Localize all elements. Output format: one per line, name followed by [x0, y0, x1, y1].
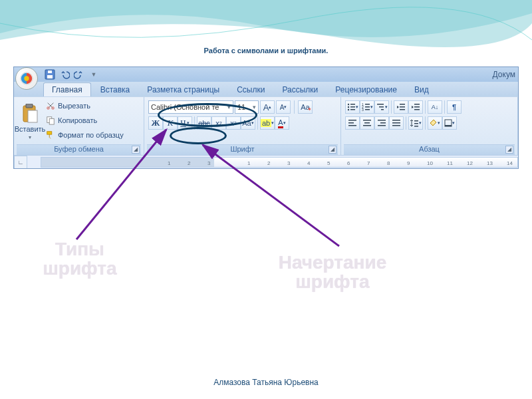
group-paragraph-label: Абзац◢ [344, 144, 515, 155]
change-case-button[interactable]: Aa▾ [241, 116, 255, 130]
tab-mail[interactable]: Рассылки [274, 83, 326, 96]
numbering-icon: 123 [361, 102, 370, 112]
svg-text:11: 11 [447, 160, 453, 166]
highlight-button[interactable]: ab▾ [260, 116, 275, 130]
align-center-icon [362, 118, 372, 128]
svg-rect-25 [377, 104, 384, 105]
strikethrough-button[interactable]: abc [197, 116, 211, 130]
tab-view[interactable]: Вид [406, 83, 437, 96]
qat-customize-icon[interactable]: ▼ [88, 69, 99, 80]
align-center-button[interactable] [360, 116, 374, 130]
font-family-combo[interactable]: Calibri (Основной те▾ [148, 100, 233, 114]
tab-layout[interactable]: Разметка страницы [139, 83, 227, 96]
align-right-button[interactable] [374, 116, 389, 130]
undo-icon[interactable] [59, 69, 70, 80]
svg-rect-39 [363, 125, 371, 126]
multilevel-button[interactable]: ▾ [374, 100, 389, 114]
office-button[interactable] [15, 67, 38, 90]
decrease-indent-icon [396, 102, 406, 112]
annotation-label-font-types: Типы шрифта [13, 239, 146, 279]
line-spacing-button[interactable]: ▾ [408, 116, 423, 130]
increase-indent-icon [411, 102, 420, 112]
paste-label: Вставить [15, 125, 46, 133]
svg-point-17 [348, 109, 349, 110]
word-ribbon: ▼ Докум Главная Вставка Разметка страниц… [13, 66, 519, 169]
decrease-indent-button[interactable] [394, 100, 408, 114]
format-painter-icon [46, 130, 55, 140]
sort-button[interactable]: A↓ [428, 100, 442, 114]
borders-icon [444, 119, 452, 127]
paste-button[interactable]: Вставить ▾ [17, 99, 43, 144]
format-painter-button[interactable]: Формат по образцу [46, 128, 124, 142]
svg-text:2: 2 [188, 160, 191, 166]
bold-button[interactable]: Ж [148, 116, 163, 130]
svg-rect-7 [28, 110, 37, 122]
bullets-icon [346, 102, 356, 112]
horizontal-ruler[interactable]: 321 1234 5678 9101112 1314 [41, 157, 518, 168]
font-color-button[interactable]: A▾ [275, 116, 289, 130]
svg-point-13 [348, 104, 349, 105]
tab-selector[interactable]: ∟ [14, 156, 27, 169]
paste-icon [21, 104, 39, 124]
svg-rect-26 [379, 106, 384, 108]
svg-rect-38 [364, 122, 370, 124]
cut-button[interactable]: Вырезать [46, 99, 124, 112]
borders-button[interactable]: ▾ [442, 116, 457, 130]
font-family-value: Calibri (Основной те [151, 103, 219, 111]
svg-rect-29 [400, 106, 405, 108]
slide-title: Работа с символами и шрифтами. [0, 47, 532, 55]
svg-rect-41 [380, 122, 386, 124]
tab-insert[interactable]: Вставка [92, 83, 138, 96]
redo-icon[interactable] [74, 69, 84, 80]
numbering-button[interactable]: 123▾ [360, 100, 374, 114]
bullets-button[interactable]: ▾ [345, 100, 360, 114]
cut-label: Вырезать [58, 102, 90, 110]
annotation-label-font-style: Начертание шрифта [223, 253, 442, 292]
svg-rect-14 [350, 104, 355, 105]
svg-point-1 [24, 76, 29, 80]
ribbon-tabs: Главная Вставка Разметка страницы Ссылки… [14, 82, 518, 96]
tab-refs[interactable]: Ссылки [229, 83, 273, 96]
svg-rect-31 [414, 104, 420, 105]
grow-font-button[interactable]: A▴ [260, 100, 275, 114]
svg-rect-4 [48, 70, 52, 73]
author-footer: Алмазова Татьяна Юрьевна [0, 378, 532, 387]
shading-button[interactable]: ▾ [428, 116, 442, 130]
clipboard-launcher[interactable]: ◢ [132, 146, 140, 154]
svg-text:9: 9 [407, 160, 410, 166]
tab-home[interactable]: Главная [43, 82, 91, 96]
increase-indent-button[interactable] [408, 100, 423, 114]
svg-rect-45 [392, 125, 400, 126]
copy-button[interactable]: Копировать [46, 114, 124, 127]
underline-button[interactable]: Ч▾ [178, 116, 192, 130]
svg-rect-3 [47, 75, 53, 78]
superscript-button[interactable]: x2 [226, 116, 241, 130]
svg-text:12: 12 [467, 160, 473, 166]
svg-text:1: 1 [247, 160, 251, 166]
clear-formatting-button[interactable]: Aa✶ [298, 100, 313, 114]
group-clipboard-label: Буфер обмена◢ [17, 144, 141, 155]
svg-text:4: 4 [307, 160, 311, 166]
svg-rect-42 [378, 125, 386, 126]
shrink-font-button[interactable]: A▾ [276, 100, 291, 114]
font-size-combo[interactable]: 11▾ [235, 100, 259, 114]
svg-point-15 [348, 106, 349, 108]
show-marks-button[interactable]: ¶ [447, 100, 462, 114]
svg-rect-30 [400, 109, 405, 110]
tab-review[interactable]: Рецензирование [327, 83, 405, 96]
font-launcher[interactable]: ◢ [329, 146, 336, 154]
group-clipboard: Вставить ▾ Вырезать Копировать Формат по… [14, 97, 144, 155]
align-left-icon [348, 118, 357, 128]
svg-rect-12 [47, 132, 52, 134]
svg-rect-27 [381, 109, 384, 110]
paragraph-launcher[interactable]: ◢ [505, 146, 513, 154]
svg-text:13: 13 [487, 160, 493, 166]
save-icon[interactable] [45, 69, 55, 80]
align-justify-icon [392, 118, 401, 128]
subscript-button[interactable]: x2 [211, 116, 226, 130]
align-justify-button[interactable] [389, 116, 404, 130]
svg-rect-44 [392, 122, 400, 124]
align-right-icon [377, 118, 386, 128]
italic-button[interactable]: К [163, 116, 178, 130]
align-left-button[interactable] [345, 116, 360, 130]
